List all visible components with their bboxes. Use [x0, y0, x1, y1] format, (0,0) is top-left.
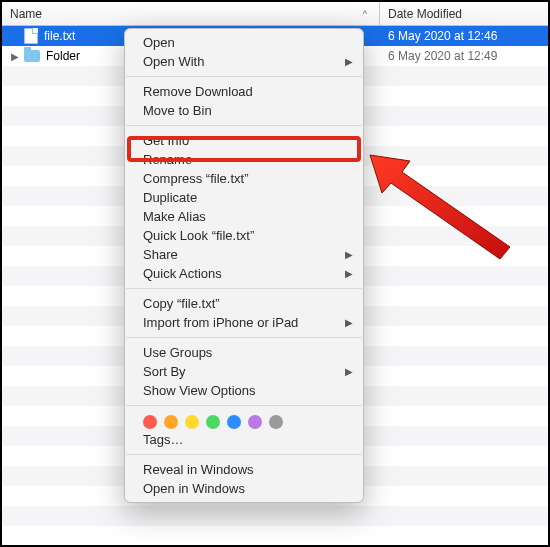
menu-rename[interactable]: Rename — [125, 150, 363, 169]
column-name-label: Name — [10, 7, 42, 21]
column-name[interactable]: Name ^ — [2, 2, 380, 25]
tag-dot-blue[interactable] — [227, 415, 241, 429]
tag-dot-gray[interactable] — [269, 415, 283, 429]
folder-name: Folder — [46, 49, 80, 63]
folder-date: 6 May 2020 at 12:49 — [388, 49, 497, 63]
file-icon — [24, 28, 38, 44]
menu-share[interactable]: Share▶ — [125, 245, 363, 264]
menu-quick-actions[interactable]: Quick Actions▶ — [125, 264, 363, 283]
separator — [126, 288, 362, 289]
menu-remove-download[interactable]: Remove Download — [125, 82, 363, 101]
chevron-right-icon: ▶ — [345, 268, 353, 279]
tag-dot-purple[interactable] — [248, 415, 262, 429]
menu-open-with[interactable]: Open With▶ — [125, 52, 363, 71]
column-date-modified[interactable]: Date Modified — [380, 2, 548, 25]
menu-use-groups[interactable]: Use Groups — [125, 343, 363, 362]
chevron-right-icon: ▶ — [345, 249, 353, 260]
menu-sort-by[interactable]: Sort By▶ — [125, 362, 363, 381]
menu-copy[interactable]: Copy “file.txt” — [125, 294, 363, 313]
context-menu: Open Open With▶ Remove Download Move to … — [124, 28, 364, 503]
separator — [126, 454, 362, 455]
table-row — [2, 506, 548, 526]
tag-dot-green[interactable] — [206, 415, 220, 429]
menu-get-info[interactable]: Get Info — [125, 131, 363, 150]
chevron-right-icon: ▶ — [345, 317, 353, 328]
tag-dot-orange[interactable] — [164, 415, 178, 429]
separator — [126, 125, 362, 126]
menu-move-to-bin[interactable]: Move to Bin — [125, 101, 363, 120]
file-date: 6 May 2020 at 12:46 — [388, 29, 497, 43]
file-name: file.txt — [44, 29, 75, 43]
column-date-label: Date Modified — [388, 7, 462, 21]
menu-make-alias[interactable]: Make Alias — [125, 207, 363, 226]
tag-dot-yellow[interactable] — [185, 415, 199, 429]
separator — [126, 337, 362, 338]
menu-quick-look[interactable]: Quick Look “file.txt” — [125, 226, 363, 245]
menu-open[interactable]: Open — [125, 33, 363, 52]
disclosure-triangle-icon[interactable]: ▶ — [10, 51, 20, 62]
menu-duplicate[interactable]: Duplicate — [125, 188, 363, 207]
menu-compress[interactable]: Compress “file.txt” — [125, 169, 363, 188]
sort-ascending-icon: ^ — [363, 9, 367, 19]
finder-window: Name ^ Date Modified file.txt 6 May 2020… — [0, 0, 550, 547]
menu-tags[interactable]: Tags… — [125, 430, 363, 449]
menu-open-in-windows[interactable]: Open in Windows — [125, 479, 363, 498]
menu-import[interactable]: Import from iPhone or iPad▶ — [125, 313, 363, 332]
menu-tag-colors — [125, 411, 363, 430]
table-row — [2, 526, 548, 546]
tag-dot-red[interactable] — [143, 415, 157, 429]
folder-icon — [24, 50, 40, 62]
column-header: Name ^ Date Modified — [2, 2, 548, 26]
menu-show-view-options[interactable]: Show View Options — [125, 381, 363, 400]
chevron-right-icon: ▶ — [345, 366, 353, 377]
menu-reveal-in-windows[interactable]: Reveal in Windows — [125, 460, 363, 479]
chevron-right-icon: ▶ — [345, 56, 353, 67]
separator — [126, 76, 362, 77]
separator — [126, 405, 362, 406]
